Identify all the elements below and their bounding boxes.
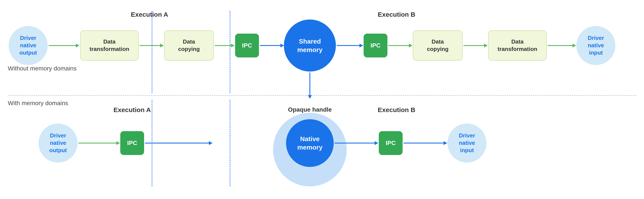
- driver-native-input-bottom: Driver native input: [448, 124, 486, 162]
- driver-native-output-top: Driver native output: [9, 26, 48, 65]
- arrow-b3: [334, 143, 378, 144]
- arrow-7: [464, 45, 487, 46]
- execution-b-label-top: Execution B: [368, 11, 425, 18]
- arrow-b1: [78, 143, 120, 144]
- ipc-bottom-right: IPC: [379, 131, 402, 155]
- arrow-8: [548, 45, 576, 46]
- native-memory: Native memory: [286, 119, 334, 167]
- shared-memory: Shared memory: [284, 20, 336, 72]
- data-transformation-top-right: Data transformation: [488, 30, 547, 61]
- v-dotted-right-top: [230, 11, 230, 93]
- data-transformation-top-left: Data transformation: [80, 30, 139, 61]
- execution-b-label-bottom: Execution B: [368, 106, 425, 114]
- v-dotted-right-bottom: [230, 100, 230, 186]
- driver-native-input-top: Driver native input: [576, 26, 616, 65]
- ipc-top-right: IPC: [364, 34, 388, 58]
- data-copying-top-right: Data copying: [413, 30, 463, 61]
- diagram-container: Without memory domains With memory domai…: [0, 0, 644, 199]
- arrow-b4: [404, 143, 447, 144]
- opaque-handle-label: Opaque handle: [275, 106, 344, 113]
- arrow-down-shared: [310, 72, 310, 98]
- ipc-top-left: IPC: [235, 34, 259, 58]
- execution-a-label-top: Execution A: [121, 11, 178, 18]
- arrow-4: [260, 45, 284, 46]
- v-dotted-left-top: [152, 11, 152, 93]
- section-label-with: With memory domains: [8, 100, 68, 107]
- arrow-1: [49, 45, 79, 46]
- divider: [8, 96, 636, 96]
- arrow-6: [388, 45, 412, 46]
- section-label-without: Without memory domains: [8, 65, 76, 72]
- ipc-bottom-left: IPC: [120, 131, 144, 155]
- data-copying-top-left: Data copying: [164, 30, 214, 61]
- arrow-b2: [145, 143, 212, 144]
- arrow-2: [140, 45, 164, 46]
- arrow-3: [215, 45, 234, 46]
- driver-native-output-bottom: Driver native output: [38, 124, 78, 162]
- arrow-5: [337, 45, 363, 46]
